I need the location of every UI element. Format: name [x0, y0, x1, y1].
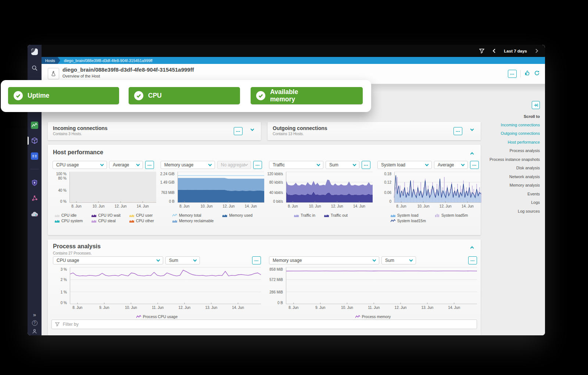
search-icon[interactable]	[31, 64, 39, 72]
process-analysis-card: Process analysis Contains 27 Processes. …	[48, 239, 481, 335]
more-options-button[interactable]: •••	[362, 161, 370, 169]
metric-select[interactable]: Traffic	[269, 161, 323, 169]
expand-chevron-down-icon[interactable]	[251, 127, 254, 131]
chevron-left-icon[interactable]	[492, 48, 496, 53]
legend-item: Traffic in	[294, 213, 315, 217]
y-axis: 2.24 GiB1.49 GiB763 MiB0 B	[161, 172, 178, 203]
header-divider	[520, 70, 521, 77]
chart-legend: System loadSystem load5mSystem load15m	[377, 213, 481, 223]
select-value: CPU usage	[57, 258, 79, 263]
host-performance-card: Host performance CPU usage Average •••	[48, 145, 481, 235]
more-options-button[interactable]: •••	[468, 256, 477, 264]
chevron-down-icon	[157, 258, 160, 262]
aggregation-select[interactable]: Sum	[326, 161, 359, 169]
chevron-down-icon	[409, 258, 413, 262]
legend-item: CPU I/O wait	[92, 213, 121, 217]
plot-area	[69, 172, 156, 203]
metric-select[interactable]: Memory usage	[161, 161, 215, 169]
aggregation-select[interactable]: Average	[109, 161, 143, 169]
select-value: Sum	[329, 162, 338, 167]
breadcrumb-hosts[interactable]: Hosts	[42, 57, 60, 64]
filter-input[interactable]	[62, 321, 473, 327]
cloud-icon[interactable]	[31, 210, 39, 218]
legend-item: Memory used	[222, 213, 252, 217]
x-axis: 8. Jun10. Jun12. Jun14. Jun	[69, 203, 156, 209]
thumbs-up-icon[interactable]	[524, 70, 530, 77]
cpu-usage-chart: 100 %80 %40 %0 % 8. Jun10. Jun12. Jun14.…	[53, 172, 156, 223]
more-options-button[interactable]: •••	[252, 256, 261, 264]
badge-label: CPU	[148, 92, 162, 100]
legend-item: Process memory	[355, 314, 391, 319]
aggregation-select[interactable]: Sum	[381, 256, 416, 264]
section-subtitle: Contains 27 Processes.	[53, 251, 92, 255]
scroll-link-incoming-connections[interactable]: Incoming connections	[459, 123, 540, 127]
available-memory-badge[interactable]: Available memory	[251, 87, 363, 104]
topology-network-icon[interactable]	[31, 194, 39, 202]
filter-icon[interactable]	[479, 48, 484, 54]
user-icon[interactable]	[31, 327, 39, 335]
security-shield-icon[interactable]	[31, 179, 39, 187]
plot-area	[178, 172, 264, 203]
scroll-link-events[interactable]: Events	[459, 192, 540, 196]
chevron-down-icon	[353, 162, 356, 166]
scroll-link-memory-analysis[interactable]: Memory analysis	[459, 183, 540, 188]
scroll-link-log-sources[interactable]: Log sources	[459, 209, 540, 214]
more-options-button[interactable]: •••	[253, 161, 262, 169]
plot-area	[286, 172, 373, 203]
x-axis: 8. Jun10. Jun12. Jun14. Jun	[286, 203, 373, 209]
badge-label: Available memory	[270, 89, 311, 103]
metric-select[interactable]: System load	[377, 161, 432, 169]
host-monitoring-icon[interactable]	[31, 121, 39, 129]
badge-label: Uptime	[28, 92, 49, 100]
select-value: Sum	[385, 258, 394, 263]
breadcrumb-current[interactable]: diego_brain/088e39f8-d3df-4fe8-904f-3154…	[60, 57, 153, 64]
metric-select[interactable]: CPU usage	[53, 256, 163, 264]
legend-item: Process CPU usage	[136, 314, 178, 319]
scroll-link-outgoing-connections[interactable]: Outgoing connections	[459, 131, 540, 136]
scroll-link-host-performance[interactable]: Host performance	[459, 140, 540, 145]
metric-select[interactable]: Memory usage	[269, 256, 379, 264]
x-axis: 8. Jun10. Jun12. Jun14. Jun	[178, 203, 264, 209]
more-options-button[interactable]: •••	[145, 161, 154, 169]
scroll-link-process-instance-snapshots[interactable]: Process instance snapshots	[459, 157, 540, 162]
scroll-link-network-analysis[interactable]: Network analysis	[459, 174, 540, 179]
breadcrumb-root-label: Hosts	[45, 58, 55, 63]
process-memory-group: Memory usage Sum ••• 858 MiB572 MiB286 M…	[269, 256, 477, 319]
scroll-link-disk-analysis[interactable]: Disk analysis	[459, 166, 540, 170]
scroll-link-process-analysis[interactable]: Process analysis	[459, 148, 540, 153]
smartscape-cube-icon[interactable]	[31, 137, 39, 145]
cpu-badge[interactable]: CPU	[129, 87, 240, 104]
card-subtitle: Contains 13 Hosts.	[273, 132, 327, 136]
aggregation-select[interactable]: Sum	[165, 256, 200, 264]
section-title: Process analysis	[53, 243, 101, 250]
legend-item: System load	[391, 213, 426, 217]
legend-item: Memory reclaimable	[172, 219, 214, 223]
expand-sidebar-icon[interactable]: »	[31, 310, 39, 318]
collapse-chevron-up-icon[interactable]	[470, 246, 474, 250]
time-range-selector[interactable]: Last 7 days	[504, 49, 527, 53]
header-more-options-button[interactable]: •••	[508, 70, 517, 78]
breadcrumb: Hosts diego_brain/088e39f8-d3df-4fe8-904…	[42, 57, 545, 64]
refresh-icon[interactable]	[534, 70, 540, 77]
y-axis: 120 kbit/s80 kbit/s40 kbit/s0 bit/s	[269, 172, 286, 203]
select-value: CPU usage	[56, 162, 79, 167]
chevron-down-icon	[193, 258, 197, 262]
header-actions: •••	[508, 70, 540, 78]
y-axis: 858 MiB572 MiB286 MiB0 B	[269, 267, 286, 304]
collapse-panel-icon[interactable]	[532, 101, 540, 109]
dashboards-icon[interactable]	[31, 152, 39, 160]
scroll-link-logs[interactable]: Logs	[459, 200, 540, 205]
metric-select[interactable]: CPU usage	[53, 161, 107, 169]
plot-area	[70, 267, 261, 304]
more-options-button[interactable]: •••	[234, 127, 243, 135]
chevron-right-icon[interactable]	[535, 48, 538, 53]
legend-item: Traffic out	[324, 213, 348, 217]
help-icon[interactable]: ?	[31, 319, 39, 327]
dynatrace-logo[interactable]	[31, 48, 39, 56]
legend-item: CPU idle	[55, 213, 83, 217]
chart-legend: Process CPU usage	[53, 314, 261, 319]
outgoing-connections-card: Outgoing connections Contains 13 Hosts. …	[268, 122, 481, 140]
legend-item: Memory total	[172, 213, 214, 217]
uptime-badge[interactable]: Uptime	[8, 87, 119, 104]
select-value: Memory usage	[273, 258, 302, 263]
